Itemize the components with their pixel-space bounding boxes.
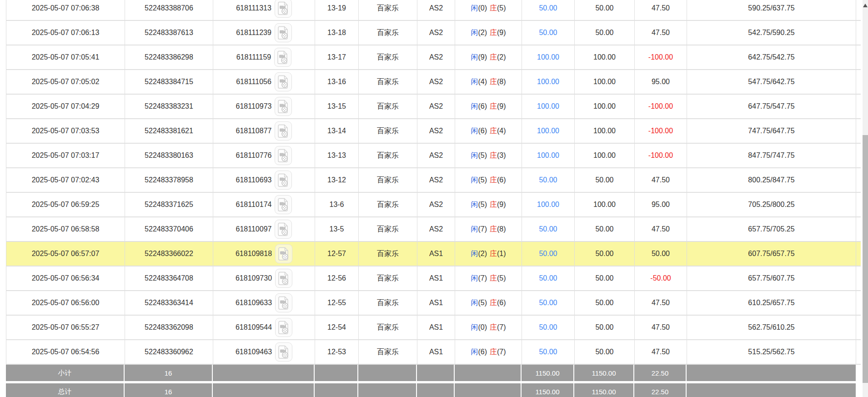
table-row[interactable]: 2025-05-07 06:58:58 522483370406 6181100…: [6, 217, 861, 242]
video-replay-button[interactable]: [275, 171, 292, 190]
table-row[interactable]: 2025-05-07 07:02:43 522483378958 6181106…: [6, 168, 861, 193]
bet-amount-link[interactable]: 100.00: [537, 201, 559, 209]
win-loss-cell: -100.00: [635, 95, 687, 118]
bet-amount-link[interactable]: 100.00: [537, 151, 559, 160]
video-replay-button[interactable]: [275, 318, 292, 337]
video-replay-button[interactable]: [275, 293, 292, 312]
video-replay-icon: [277, 149, 289, 162]
valid-bet-amount: 50.00: [595, 348, 613, 356]
scrollbar-thumb[interactable]: [863, 135, 868, 383]
video-replay-button[interactable]: [275, 0, 292, 18]
win-loss-cell: 47.50: [635, 217, 687, 241]
video-replay-button[interactable]: [274, 48, 291, 67]
video-replay-button[interactable]: [275, 269, 292, 288]
table-row[interactable]: 2025-05-07 06:59:25 522483371625 6181101…: [6, 193, 861, 217]
banker-label: 庄: [490, 28, 497, 38]
valid-bet-amount: 50.00: [595, 274, 613, 282]
bet-amount-link[interactable]: 50.00: [539, 323, 557, 332]
bet-amount-link[interactable]: 50.00: [539, 176, 557, 184]
round-number: 12-55: [327, 299, 346, 307]
bet-amount-link[interactable]: 50.00: [539, 299, 557, 307]
bet-amount-link[interactable]: 100.00: [537, 53, 559, 61]
video-replay-button[interactable]: [275, 97, 292, 116]
result-cell: 闲(5)庄(9): [455, 193, 522, 216]
valid-bet-cell: 50.00: [575, 266, 635, 290]
bet-amount-link[interactable]: 100.00: [537, 78, 559, 86]
round-cell: 13-19: [315, 0, 359, 20]
table-name: AS2: [429, 225, 443, 233]
bet-amount-link[interactable]: 50.00: [539, 250, 557, 258]
video-replay-button[interactable]: [275, 342, 292, 362]
table-row[interactable]: 2025-05-07 07:06:38 522483388706 6181113…: [6, 0, 861, 21]
order-number: 522483386298: [145, 53, 193, 61]
order-number-cell: 522483371625: [125, 193, 213, 216]
video-replay-button[interactable]: [275, 23, 292, 42]
table-row[interactable]: 2025-05-07 06:56:00 522483363414 6181096…: [6, 291, 861, 316]
summary-empty-cell: [358, 365, 417, 381]
table-row[interactable]: 2025-05-07 06:57:07 522483366022 6181098…: [6, 242, 861, 266]
video-replay-icon: [278, 247, 290, 261]
player-points: (4): [478, 78, 487, 86]
player-points: (7): [478, 274, 487, 282]
order-number: 522483387613: [145, 29, 193, 37]
summary-bet-total: 1150.00: [535, 369, 559, 377]
video-replay-button[interactable]: [275, 146, 292, 165]
banker-points: (3): [497, 151, 506, 160]
bet-amount-link[interactable]: 50.00: [539, 348, 557, 356]
summary-win-loss-cell: 22.50: [634, 365, 687, 381]
game-number: 618110776: [236, 151, 272, 160]
video-replay-button[interactable]: [275, 220, 292, 239]
summary-count: 16: [165, 369, 172, 377]
bet-time-cell: 2025-05-07 06:59:25: [6, 193, 125, 216]
table-row[interactable]: 2025-05-07 06:56:34 522483364708 6181097…: [6, 266, 861, 291]
bet-amount-cell: 100.00: [522, 119, 575, 143]
valid-bet-cell: 50.00: [575, 168, 635, 192]
bet-time-cell: 2025-05-07 07:06:38: [6, 0, 125, 20]
video-replay-button[interactable]: [275, 72, 292, 91]
game-type: 百家乐: [377, 200, 399, 210]
table-row[interactable]: 2025-05-07 06:54:56 522483360962 6181094…: [6, 340, 861, 365]
bet-amount-link[interactable]: 50.00: [539, 4, 557, 12]
vertical-scrollbar[interactable]: [863, 0, 868, 397]
table-row[interactable]: 2025-05-07 06:55:27 522483362098 6181095…: [6, 316, 861, 340]
table-name: AS2: [429, 127, 443, 135]
bet-amount-link[interactable]: 50.00: [539, 225, 557, 233]
video-replay-button[interactable]: [275, 121, 292, 141]
banker-label: 庄: [490, 102, 497, 111]
table-row[interactable]: 2025-05-07 07:03:53 522483381621 6181108…: [6, 119, 861, 144]
table-row[interactable]: 2025-05-07 07:05:02 522483384715 6181110…: [6, 70, 861, 95]
win-loss-cell: 47.50: [635, 168, 687, 192]
player-label: 闲: [471, 28, 478, 38]
video-replay-icon: [278, 271, 290, 285]
table-row[interactable]: 2025-05-07 07:06:13 522483387613 6181112…: [6, 21, 861, 45]
bet-amount-link[interactable]: 50.00: [539, 29, 557, 37]
table-body: 2025-05-07 07:06:38 522483388706 6181113…: [6, 0, 861, 365]
round-cell: 13-17: [315, 45, 359, 69]
bet-amount-link[interactable]: 50.00: [539, 274, 557, 282]
round-cell: 13-6: [315, 193, 359, 216]
bet-amount-link[interactable]: 100.00: [537, 127, 559, 135]
bet-amount-cell: 50.00: [522, 217, 575, 241]
table-row[interactable]: 2025-05-07 07:03:17 522483380163 6181107…: [6, 144, 861, 168]
video-replay-button[interactable]: [275, 195, 292, 214]
table-name: AS2: [429, 151, 443, 160]
scroll-up-arrow-icon[interactable]: [863, 4, 868, 7]
video-replay-button[interactable]: [275, 244, 292, 263]
bet-amount-link[interactable]: 100.00: [537, 102, 559, 111]
game-type: 百家乐: [377, 102, 399, 111]
valid-bet-cell: 50.00: [575, 0, 635, 20]
order-number-cell: 522483378958: [125, 168, 213, 192]
round-cell: 13-5: [315, 217, 359, 241]
table-row[interactable]: 2025-05-07 07:05:41 522483386298 6181111…: [6, 45, 861, 70]
player-points: (5): [478, 299, 487, 307]
bet-amount-cell: 50.00: [522, 340, 575, 364]
game-type: 百家乐: [377, 249, 399, 259]
round-cell: 13-12: [315, 168, 359, 192]
table-row[interactable]: 2025-05-07 07:04:29 522483383231 6181109…: [6, 95, 861, 119]
player-label: 闲: [471, 151, 478, 161]
valid-bet-cell: 50.00: [575, 242, 635, 266]
win-loss-cell: 95.00: [635, 193, 687, 216]
summary-empty-cell: [213, 365, 315, 381]
player-label: 闲: [471, 298, 478, 308]
round-number: 13-5: [329, 225, 344, 233]
